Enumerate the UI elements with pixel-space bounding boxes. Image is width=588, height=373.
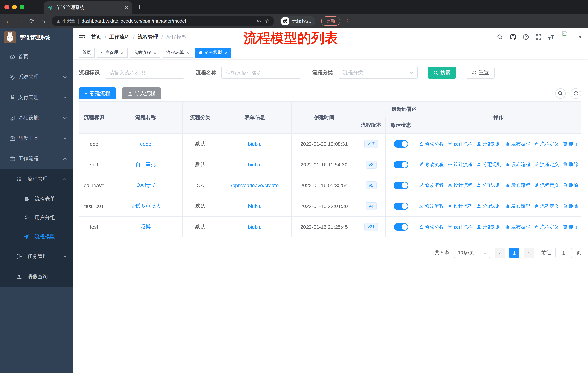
address-bar[interactable]: ▲ 不安全 dashboard.yudao.iocoder.cn/bpm/man… [52, 16, 274, 26]
caret-down-icon[interactable]: ▼ [578, 35, 582, 39]
security-status[interactable]: ▲ 不安全 [56, 18, 75, 24]
publish-process-link[interactable]: 发布流程 [505, 224, 530, 230]
sidebar-item-task-manage[interactable]: 任务管理 [0, 246, 73, 267]
modify-process-link[interactable]: 修改流程 [419, 161, 444, 168]
version-badge[interactable]: v2 [366, 161, 377, 169]
publish-process-link[interactable]: 发布流程 [505, 161, 530, 168]
assign-rule-link[interactable]: 分配规则 [476, 203, 501, 210]
sidebar-item-system[interactable]: 系统管理 [0, 67, 73, 87]
prev-page-button[interactable]: ‹ [495, 248, 505, 258]
delete-link[interactable]: 删除 [563, 161, 578, 168]
delete-link[interactable]: 删除 [563, 224, 578, 230]
delete-link[interactable]: 删除 [563, 141, 578, 147]
breadcrumb-workflow[interactable]: 工作流程 [109, 34, 130, 40]
browser-tab[interactable]: 芋道管理系统 ✕ [44, 1, 132, 14]
form-link[interactable]: biubiu [248, 224, 262, 230]
design-process-link[interactable]: 设计流程 [447, 203, 473, 210]
page-size-select[interactable]: 10条/页 [454, 248, 490, 258]
sidebar-item-user-group[interactable]: 用户分组 [0, 208, 73, 227]
modify-process-link[interactable]: 修改流程 [419, 182, 444, 189]
process-definition-link[interactable]: 流程定义 [534, 203, 559, 210]
sidebar-item-process-model[interactable]: 流程模型 [0, 227, 73, 246]
next-page-button[interactable]: › [524, 248, 534, 258]
goto-page-input[interactable] [555, 248, 572, 258]
active-toggle[interactable] [394, 202, 408, 210]
breadcrumb-process-manage[interactable]: 流程管理 [138, 34, 158, 40]
version-badge[interactable]: v17 [364, 140, 378, 148]
process-name-link[interactable]: eeee [140, 141, 151, 147]
sidebar-item-home[interactable]: 首页 [0, 47, 73, 67]
active-toggle[interactable] [394, 140, 408, 148]
publish-process-link[interactable]: 发布流程 [505, 182, 530, 189]
tag-process-model[interactable]: 流程模型 ✕ [195, 48, 231, 58]
form-link[interactable]: biubiu [248, 203, 262, 209]
sidebar-item-process-form[interactable]: 流程表单 [0, 189, 73, 208]
design-process-link[interactable]: 设计流程 [447, 224, 473, 230]
process-definition-link[interactable]: 流程定义 [534, 141, 559, 147]
update-button[interactable]: 更新 [321, 16, 340, 26]
sidebar-item-leave-query[interactable]: 请假查询 [0, 267, 73, 287]
breadcrumb-home[interactable]: 首页 [91, 34, 101, 40]
tab-close-icon[interactable]: ✕ [124, 4, 129, 11]
process-name-link[interactable]: 滔博 [141, 224, 151, 230]
key-icon[interactable] [256, 18, 262, 24]
github-icon[interactable] [510, 34, 516, 40]
refresh-table-button[interactable] [570, 88, 581, 99]
window-zoom-button[interactable] [20, 5, 24, 9]
font-size-icon[interactable]: TT [548, 34, 554, 40]
version-badge[interactable]: v5 [366, 181, 377, 189]
back-button[interactable]: ← [4, 18, 13, 24]
modify-process-link[interactable]: 修改流程 [419, 224, 444, 230]
design-process-link[interactable]: 设计流程 [447, 141, 473, 147]
page-number-current[interactable]: 1 [509, 248, 519, 258]
search-button[interactable]: 搜索 [428, 67, 456, 79]
modify-process-link[interactable]: 修改流程 [419, 203, 444, 210]
browser-menu-icon[interactable]: ⋮ [345, 18, 350, 24]
process-name-link[interactable]: 自己审批 [136, 161, 156, 167]
sidebar-item-infra[interactable]: 基础设施 [0, 108, 73, 128]
bookmark-star-icon[interactable]: ☆ [265, 18, 270, 24]
process-category-select[interactable]: 流程分类 [338, 67, 418, 79]
process-name-input[interactable] [221, 67, 301, 79]
assign-rule-link[interactable]: 分配规则 [476, 161, 501, 168]
assign-rule-link[interactable]: 分配规则 [476, 182, 501, 189]
tag-tenant-manage[interactable]: 租户管理 ✕ [97, 48, 128, 58]
version-badge[interactable]: v4 [366, 202, 377, 210]
reload-button[interactable]: ⟳ [27, 18, 36, 24]
design-process-link[interactable]: 设计流程 [447, 161, 473, 168]
tag-home[interactable]: 首页 [79, 48, 95, 58]
design-process-link[interactable]: 设计流程 [447, 182, 473, 189]
sidebar-item-process-manage[interactable]: 流程管理 [0, 169, 73, 189]
home-button[interactable]: ⌂ [39, 18, 48, 24]
sidebar-item-workflow[interactable]: 工作流程 [0, 149, 73, 169]
delete-link[interactable]: 删除 [563, 182, 578, 189]
active-toggle[interactable] [394, 182, 408, 189]
window-close-button[interactable] [4, 5, 9, 9]
form-link[interactable]: biubiu [248, 162, 262, 168]
process-definition-link[interactable]: 流程定义 [534, 224, 559, 230]
modify-process-link[interactable]: 修改流程 [419, 141, 444, 147]
form-link[interactable]: /bpm/oa/leave/create [231, 182, 279, 188]
import-process-button[interactable]: 导入流程 [122, 87, 161, 100]
publish-process-link[interactable]: 发布流程 [505, 141, 530, 147]
search-icon[interactable] [497, 34, 503, 40]
app-logo-row[interactable]: 芋道管理系统 [0, 28, 73, 47]
window-minimize-button[interactable] [12, 5, 17, 9]
assign-rule-link[interactable]: 分配规则 [476, 141, 501, 147]
new-tab-button[interactable]: + [137, 3, 142, 11]
avatar[interactable] [561, 30, 575, 44]
hide-search-button[interactable] [555, 88, 566, 99]
process-key-input[interactable] [105, 67, 184, 79]
process-definition-link[interactable]: 流程定义 [534, 182, 559, 189]
sidebar-toggle-icon[interactable] [79, 34, 85, 40]
assign-rule-link[interactable]: 分配规则 [476, 224, 501, 230]
create-process-button[interactable]: + 新建流程 [79, 87, 116, 100]
sidebar-item-devtools[interactable]: 研发工具 [0, 128, 73, 149]
active-toggle[interactable] [394, 161, 408, 168]
close-icon[interactable]: ✕ [120, 50, 124, 55]
close-icon[interactable]: ✕ [224, 50, 228, 55]
forward-button[interactable]: → [15, 18, 25, 24]
tag-my-process[interactable]: 我的流程 ✕ [130, 48, 160, 58]
form-link[interactable]: biubiu [248, 141, 262, 147]
version-badge[interactable]: v21 [364, 223, 378, 231]
